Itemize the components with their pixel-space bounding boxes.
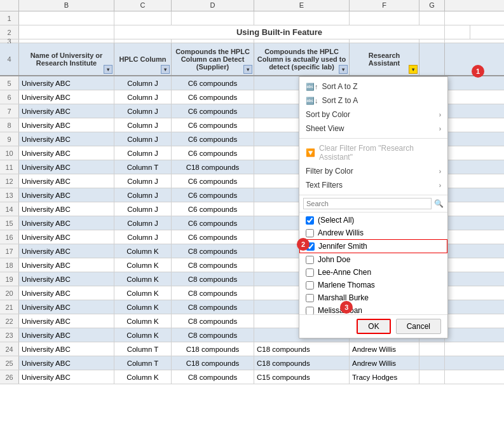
checkbox-5[interactable] (306, 294, 314, 302)
cell-3e (254, 39, 350, 43)
filter-btn-b[interactable]: ▾ (104, 65, 112, 74)
cancel-button[interactable]: Cancel (396, 319, 441, 334)
header-g (419, 43, 445, 75)
header-university: Name of University or Research Institute… (19, 43, 114, 75)
cell-c: Column J (114, 132, 172, 146)
check-select-all[interactable]: (Select All) (299, 214, 447, 226)
col-header-d: D (172, 0, 254, 11)
cell-c: Column T (114, 342, 172, 356)
cell-d: C8 compounds (172, 370, 254, 384)
cell-d: C8 compounds (172, 328, 254, 342)
rownum-26: 26 (0, 370, 19, 384)
col-header-c: C (114, 0, 172, 11)
rownum-13: 13 (0, 188, 19, 202)
filter-btn-e[interactable]: ▾ (339, 65, 348, 74)
cell-d: C8 compounds (172, 300, 254, 314)
header-compounds-supplier: Compounds the HPLC Column can Detect (Su… (172, 43, 254, 75)
rownum-3: 3 (0, 39, 19, 43)
cell-d: C8 compounds (172, 258, 254, 272)
cell-e: C18 compounds (254, 356, 350, 370)
column-headers: B C D E F G (0, 0, 504, 11)
filter-dropdown: 🔤↑ Sort A to Z 🔤↓ Sort Z to A Sort by Co… (299, 76, 448, 338)
checkbox-3[interactable] (306, 268, 314, 277)
cell-d: C6 compounds (172, 202, 254, 216)
cell-d: C6 compounds (172, 188, 254, 202)
cell-c: Column J (114, 146, 172, 160)
rownum-22: 22 (0, 314, 19, 328)
search-input[interactable] (303, 198, 432, 209)
rownum-25: 25 (0, 356, 19, 370)
cell-c: Column K (114, 272, 172, 286)
sort-color-label: Sort by Color (306, 110, 350, 119)
cell-c: Column J (114, 230, 172, 244)
filter-by-color-item[interactable]: Filter by Color › (299, 164, 447, 178)
cell-b: University ABC (19, 202, 114, 216)
checkbox-2[interactable] (306, 256, 314, 264)
sort-z-a-item[interactable]: 🔤↓ Sort Z to A (299, 94, 447, 108)
cell-c: Column J (114, 104, 172, 118)
sheet-view-arrow: › (439, 125, 441, 132)
cell-3g (419, 39, 445, 43)
sort-a-z-item[interactable]: 🔤↑ Sort A to Z (299, 80, 447, 94)
sheet-view-item[interactable]: Sheet View › (299, 122, 447, 136)
cell-b: University ABC (19, 90, 114, 104)
cell-c: Column J (114, 90, 172, 104)
text-filters-item[interactable]: Text Filters › (299, 178, 447, 192)
check-item-5[interactable]: Marshall Burke (299, 291, 447, 304)
badge-1-wrap: 1 (472, 65, 484, 78)
clear-filter-item: 🔽 Clear Filter From "Research Assistant" (299, 141, 447, 164)
title-text: Using Built-in Feature (236, 27, 322, 37)
cell-2b (19, 25, 114, 39)
checkbox-0[interactable] (306, 229, 314, 237)
cell-c: Column J (114, 188, 172, 202)
cell-1b (19, 11, 114, 25)
check-item-4[interactable]: Marlene Thomas (299, 279, 447, 291)
title-cell: Using Built-in Feature (114, 25, 445, 39)
filter-btn-f[interactable]: ▾ (409, 65, 418, 74)
rownum-20: 20 (0, 286, 19, 300)
filter-color-label: Filter by Color (306, 167, 353, 176)
sort-az-icon: 🔤↑ (306, 83, 318, 91)
cell-b: University ABC (19, 244, 114, 258)
col-header-b: B (19, 0, 114, 11)
cell-b: University ABC (19, 286, 114, 300)
ok-button[interactable]: OK (357, 319, 390, 334)
checkbox-6[interactable] (306, 307, 314, 315)
filter-color-arrow: › (439, 168, 441, 175)
rownum-7: 7 (0, 104, 19, 118)
rownum-17: 17 (0, 244, 19, 258)
cell-d: C6 compounds (172, 104, 254, 118)
cell-b: University ABC (19, 370, 114, 384)
filter-btn-c[interactable]: ▾ (161, 65, 170, 74)
rownum-9: 9 (0, 132, 19, 146)
cell-d: C8 compounds (172, 244, 254, 258)
cell-b: University ABC (19, 104, 114, 118)
check-label-2: John Doe (318, 255, 350, 264)
cell-c: Column J (114, 118, 172, 132)
check-item-0[interactable]: Andrew Willis (299, 226, 447, 239)
check-item-2[interactable]: John Doe (299, 253, 447, 266)
cell-c: Column T (114, 160, 172, 174)
checkbox-select-all[interactable] (306, 216, 314, 225)
cell-1g (419, 11, 445, 25)
cell-c: Column J (114, 76, 172, 90)
cell-c: Column T (114, 356, 172, 370)
sort-by-color-item[interactable]: Sort by Color › (299, 108, 447, 122)
cell-c: Column K (114, 258, 172, 272)
badge-1: 1 (472, 65, 484, 78)
text-filters-label: Text Filters (306, 181, 343, 190)
sort-color-arrow: › (439, 111, 441, 118)
rownum-24: 24 (0, 342, 19, 356)
cell-g (419, 356, 445, 370)
rownum-23: 23 (0, 328, 19, 342)
cell-d: C6 compounds (172, 132, 254, 146)
checkbox-4[interactable] (306, 281, 314, 289)
cell-d: C18 compounds (172, 356, 254, 370)
check-item-1[interactable]: Jennifer Smith (299, 239, 447, 253)
cell-1d (172, 11, 254, 25)
check-item-6[interactable]: Melissa Joan (299, 304, 447, 314)
header-hplc-label: HPLC Column (119, 55, 167, 63)
filter-btn-d[interactable]: ▾ (243, 65, 252, 74)
cell-d: C18 compounds (172, 342, 254, 356)
check-item-3[interactable]: Lee-Anne Chen (299, 266, 447, 279)
